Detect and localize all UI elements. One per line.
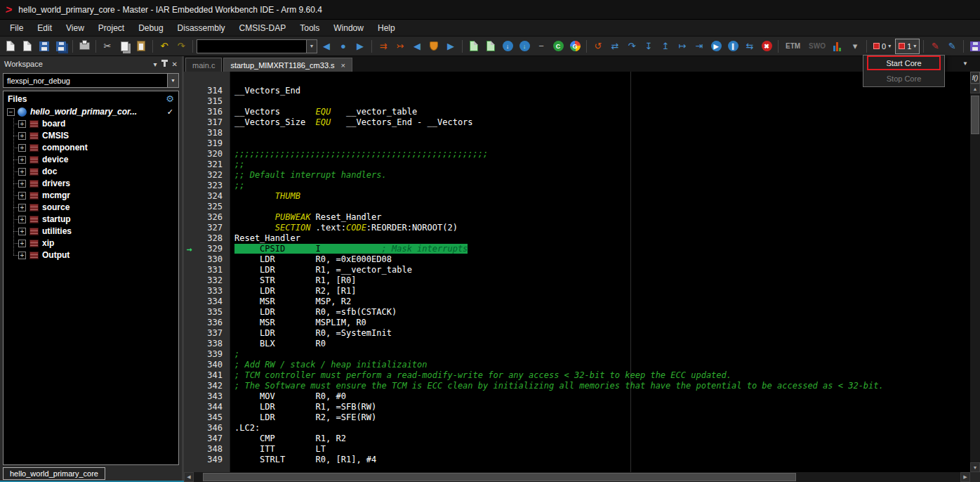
expand-icon[interactable]: + (18, 180, 26, 188)
save-icon[interactable] (37, 39, 52, 54)
expand-icon[interactable]: + (18, 192, 26, 200)
code-editor[interactable]: 314__Vectors_End315316__Vectors EQU __ve… (184, 72, 970, 472)
menu-view[interactable]: View (59, 21, 91, 35)
next-statement-icon[interactable]: ⇉ (376, 39, 391, 54)
stop-debug-icon[interactable]: ⇆ (742, 39, 757, 54)
run-to-cursor-icon[interactable]: ⇥ (691, 39, 707, 54)
core-0-button[interactable]: 0▾ (870, 39, 894, 54)
scroll-right-icon[interactable]: ▶ (960, 472, 970, 482)
tree-item-xip[interactable]: +xip (4, 237, 178, 249)
tree-item-board[interactable]: +board (4, 118, 178, 130)
open-file-icon[interactable] (20, 39, 35, 54)
tree-item-utilities[interactable]: +utilities (4, 226, 178, 237)
save-all-icon[interactable] (53, 39, 69, 54)
tree-item-source[interactable]: +source (4, 202, 178, 214)
tab-startup-mimxrt1186-cm33-s[interactable]: startup_MIMXRT1186_cm33.s× (223, 58, 352, 72)
close-icon[interactable]: ✕ (172, 60, 178, 68)
copy-icon[interactable] (117, 39, 132, 54)
scroll-up-icon[interactable]: ▲ (970, 84, 980, 93)
compile-icon[interactable] (483, 39, 498, 54)
horizontal-scrollbar[interactable]: ◀ ▶ (184, 472, 980, 482)
download-active-icon[interactable]: ↓ (517, 39, 532, 54)
prev-bookmark-icon[interactable]: ◀ (409, 39, 425, 54)
undo-icon[interactable]: ↶ (157, 39, 172, 54)
step-into-icon[interactable]: ↧ (641, 39, 656, 54)
step-out-icon[interactable]: ↥ (658, 39, 673, 54)
tree-item-doc[interactable]: +doc (4, 166, 178, 178)
tree-item-mcmgr[interactable]: +mcmgr (4, 190, 178, 202)
erase-memory-icon[interactable]: − (534, 39, 549, 54)
break-icon[interactable]: ⇄ (607, 39, 623, 54)
redo-icon[interactable]: ↷ (173, 39, 189, 54)
core-1-button[interactable]: 1▾ (895, 39, 920, 54)
dock-menu-icon[interactable]: ▾ (154, 60, 157, 68)
expand-icon[interactable]: + (18, 216, 26, 223)
next-bookmark-icon[interactable]: ▶ (443, 39, 458, 54)
trace-dropdown-icon[interactable]: ▾ (847, 39, 863, 54)
pin-icon[interactable] (164, 62, 166, 67)
expand-icon[interactable]: + (18, 228, 26, 235)
tab-main-c[interactable]: main.c (185, 58, 222, 72)
gear-icon[interactable]: ⚙ (166, 93, 174, 104)
expand-icon[interactable]: + (18, 132, 26, 140)
download-icon[interactable]: ↓ (500, 39, 515, 54)
menu-project[interactable]: Project (91, 21, 131, 35)
menu-help[interactable]: Help (371, 21, 402, 35)
swo-label[interactable]: SWO (805, 42, 829, 50)
expand-icon[interactable]: + (18, 156, 26, 164)
search-combo[interactable]: ▼ (197, 39, 317, 53)
menu-file[interactable]: File (3, 21, 30, 35)
step-over-icon[interactable]: ↷ (624, 39, 640, 54)
vertical-scroll-thumb[interactable] (971, 96, 979, 134)
expand-icon[interactable]: + (18, 204, 26, 211)
collapse-icon[interactable]: − (7, 108, 15, 116)
trace-chart-icon[interactable] (830, 39, 846, 54)
menu-tools[interactable]: Tools (293, 21, 326, 35)
scroll-left-icon[interactable]: ◀ (184, 472, 194, 482)
expand-icon[interactable]: + (18, 240, 26, 247)
probe-red-pen-icon[interactable]: ✎ (927, 39, 943, 54)
go-icon[interactable]: ▶ (708, 39, 724, 54)
menu-disassembly[interactable]: Disassembly (171, 21, 232, 35)
goto-function-button[interactable]: f() (970, 72, 980, 84)
menu-edit[interactable]: Edit (30, 21, 59, 35)
new-file-icon[interactable] (3, 39, 18, 54)
paste-icon[interactable] (133, 39, 149, 54)
breakpoint-shield-icon[interactable] (426, 39, 442, 54)
expand-icon[interactable]: + (18, 120, 26, 128)
expand-icon[interactable]: + (18, 144, 26, 152)
close-tab-icon[interactable]: × (341, 61, 345, 70)
pause-icon[interactable]: ∥ (725, 39, 741, 54)
reset-icon[interactable]: ↺ (590, 39, 606, 54)
make-icon[interactable] (466, 39, 482, 54)
config-dropdown[interactable]: flexspi_nor_debug ▼ (3, 73, 179, 88)
cut-icon[interactable]: ✂ (100, 39, 115, 54)
cspy-icon[interactable]: C (550, 39, 566, 54)
search-dropdown-icon[interactable]: ▼ (306, 40, 317, 53)
find-previous-icon[interactable]: ◀ (319, 39, 334, 54)
tree-item-device[interactable]: +device (4, 154, 178, 166)
tab-list-icon[interactable]: ▼ (962, 60, 968, 67)
scroll-down-icon[interactable]: ▼ (970, 462, 980, 472)
expand-icon[interactable]: + (18, 252, 26, 259)
print-icon[interactable] (77, 39, 92, 54)
tree-item-drivers[interactable]: +drivers (4, 178, 178, 190)
probe-blue-pen-icon[interactable]: ✎ (944, 39, 960, 54)
chevron-down-icon[interactable]: ▼ (167, 74, 178, 87)
vertical-scroll-track[interactable] (970, 93, 980, 462)
etm-label[interactable]: ETM (782, 42, 804, 50)
next-statement-blue-icon[interactable]: ↦ (675, 39, 690, 54)
move-to-pc-icon[interactable]: ↣ (392, 39, 408, 54)
stop-icon[interactable]: ✖ (759, 39, 774, 54)
tree-item-output[interactable]: +Output (4, 249, 178, 261)
tree-item-startup[interactable]: +startup (4, 214, 178, 226)
tree-root-project[interactable]: −hello_world_primary_cor...✓ (4, 106, 178, 118)
menu-cmsis-dap[interactable]: CMSIS-DAP (232, 21, 293, 35)
flash-save-icon[interactable] (967, 39, 980, 54)
find-next-icon[interactable]: ▶ (352, 39, 368, 54)
find-bookmark-icon[interactable]: ● (336, 39, 351, 54)
vertical-scrollbar[interactable]: f() ▲ ▼ (970, 72, 980, 472)
tree-item-cmsis[interactable]: +CMSIS (4, 130, 178, 142)
horizontal-scroll-track[interactable] (194, 472, 960, 482)
horizontal-scroll-thumb[interactable] (203, 473, 796, 481)
